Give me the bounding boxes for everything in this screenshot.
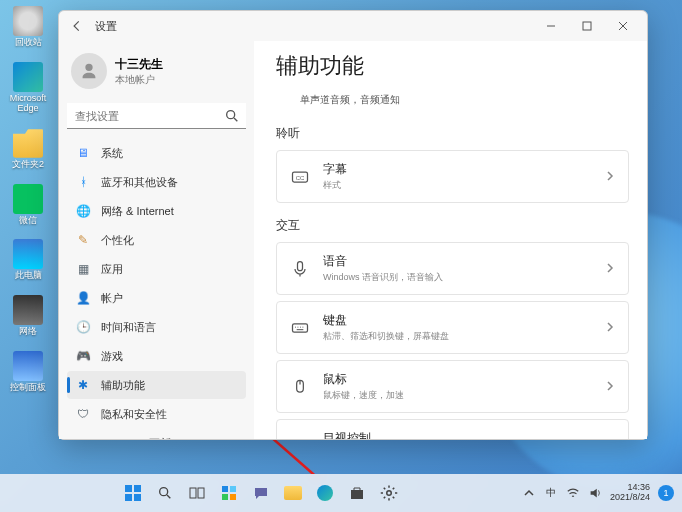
card-captions[interactable]: CC字幕样式	[276, 150, 629, 203]
tray-chevron[interactable]	[522, 486, 536, 500]
svg-rect-22	[351, 490, 363, 499]
personalization-icon: ✎	[75, 232, 91, 248]
nav-personalization[interactable]: ✎个性化	[67, 226, 246, 254]
nav-update[interactable]: ⟳Windows 更新	[67, 429, 246, 439]
widgets[interactable]	[216, 480, 242, 506]
nav-network[interactable]: 🌐网络 & Internet	[67, 197, 246, 225]
search-input[interactable]	[67, 103, 246, 129]
desktop-recycle-bin[interactable]: 回收站	[6, 6, 50, 48]
desktop-label: 文件夹2	[12, 160, 44, 170]
desktop-folder[interactable]: 文件夹2	[6, 128, 50, 170]
card-eye-control[interactable]: 目视控制眼动追踪仪，文本到语音转换	[276, 419, 629, 439]
start-button[interactable]	[120, 480, 146, 506]
windows-icon	[124, 484, 142, 502]
wechat-icon	[13, 184, 43, 214]
desktop-control-panel[interactable]: 控制面板	[6, 351, 50, 393]
user-name: 十三先生	[115, 56, 163, 73]
chevron-right-icon	[604, 260, 616, 278]
card-mouse[interactable]: 鼠标鼠标键，速度，加速	[276, 360, 629, 413]
time-lang-icon: 🕒	[75, 319, 91, 335]
chat[interactable]	[248, 480, 274, 506]
chevron-right-icon	[604, 319, 616, 337]
recycle-bin-icon	[13, 6, 43, 36]
nav-label: 系统	[101, 146, 123, 161]
card-title: 鼠标	[323, 371, 592, 388]
card-subtitle: 样式	[323, 179, 592, 192]
nav-time-lang[interactable]: 🕒时间和语言	[67, 313, 246, 341]
accounts-icon: 👤	[75, 290, 91, 306]
desktop-label: Microsoft Edge	[6, 94, 50, 114]
desktop-label: 控制面板	[10, 383, 46, 393]
settings-taskbar[interactable]	[376, 480, 402, 506]
nav-label: 帐户	[101, 291, 123, 306]
control-panel-icon	[13, 351, 43, 381]
desktop-label: 微信	[19, 216, 37, 226]
maximize-button[interactable]	[569, 13, 605, 39]
taskbar: 中 14:36 2021/8/24 1	[0, 474, 682, 512]
nav-gaming[interactable]: 🎮游戏	[67, 342, 246, 370]
main-panel: 辅助功能 单声道音频，音频通知 聆听CC字幕样式交互语音Windows 语音识别…	[254, 41, 647, 439]
nav-accessibility[interactable]: ✱辅助功能	[67, 371, 246, 399]
apps-icon: ▦	[75, 261, 91, 277]
desktop-edge[interactable]: Microsoft Edge	[6, 62, 50, 114]
edge-icon	[317, 485, 333, 501]
desktop-wechat[interactable]: 微信	[6, 184, 50, 226]
folder-icon	[284, 486, 302, 500]
titlebar: 设置	[59, 11, 647, 41]
card-speech[interactable]: 语音Windows 语音识别，语音输入	[276, 242, 629, 295]
svg-rect-17	[198, 488, 204, 498]
section-label: 聆听	[276, 125, 629, 142]
nav-system[interactable]: 🖥系统	[67, 139, 246, 167]
maximize-icon	[582, 21, 592, 31]
gear-icon	[380, 484, 398, 502]
edge-taskbar[interactable]	[312, 480, 338, 506]
nav-label: 应用	[101, 262, 123, 277]
minimize-button[interactable]	[533, 13, 569, 39]
desktop-this-pc[interactable]: 此电脑	[6, 239, 50, 281]
task-view[interactable]	[184, 480, 210, 506]
wifi-icon	[566, 486, 580, 500]
search-box	[67, 103, 246, 129]
desktop-label: 此电脑	[15, 271, 42, 281]
card-keyboard[interactable]: 键盘粘滞、筛选和切换键，屏幕键盘	[276, 301, 629, 354]
taskbar-search[interactable]	[152, 480, 178, 506]
volume-tray[interactable]	[588, 486, 602, 500]
taskview-icon	[189, 485, 205, 501]
network-tray[interactable]	[566, 486, 580, 500]
nav-label: 辅助功能	[101, 378, 145, 393]
nav-bluetooth[interactable]: ᚼ蓝牙和其他设备	[67, 168, 246, 196]
svg-rect-13	[125, 494, 132, 501]
svg-rect-0	[583, 22, 591, 30]
nav-apps[interactable]: ▦应用	[67, 255, 246, 283]
ime-indicator[interactable]: 中	[544, 486, 558, 500]
nav-label: 时间和语言	[101, 320, 156, 335]
minimize-icon	[546, 21, 556, 31]
nav-label: 隐私和安全性	[101, 407, 167, 422]
nav-accounts[interactable]: 👤帐户	[67, 284, 246, 312]
store[interactable]	[344, 480, 370, 506]
desktop-label: 网络	[19, 327, 37, 337]
update-icon: ⟳	[75, 435, 91, 439]
folder-icon	[13, 128, 43, 158]
nav-label: 网络 & Internet	[101, 204, 174, 219]
card-subtitle: Windows 语音识别，语音输入	[323, 271, 592, 284]
explorer[interactable]	[280, 480, 306, 506]
nav-label: 蓝牙和其他设备	[101, 175, 178, 190]
nav-label: Windows 更新	[101, 436, 171, 440]
back-button[interactable]	[65, 14, 89, 38]
settings-window: 设置 十三先生 本地帐户 🖥系统ᚼ蓝牙和其他设备🌐网络 & Internet✎个…	[58, 10, 648, 440]
svg-rect-20	[222, 494, 228, 500]
clock[interactable]: 14:36 2021/8/24	[610, 483, 650, 503]
user-block[interactable]: 十三先生 本地帐户	[67, 45, 246, 101]
page-title: 辅助功能	[276, 51, 629, 81]
cc-icon: CC	[289, 166, 311, 188]
mouse-icon	[289, 376, 311, 398]
close-icon	[618, 21, 628, 31]
search-icon	[157, 485, 173, 501]
notification-badge[interactable]: 1	[658, 485, 674, 501]
nav-privacy[interactable]: 🛡隐私和安全性	[67, 400, 246, 428]
widgets-icon	[221, 485, 237, 501]
close-button[interactable]	[605, 13, 641, 39]
accessibility-icon: ✱	[75, 377, 91, 393]
desktop-network[interactable]: 网络	[6, 295, 50, 337]
